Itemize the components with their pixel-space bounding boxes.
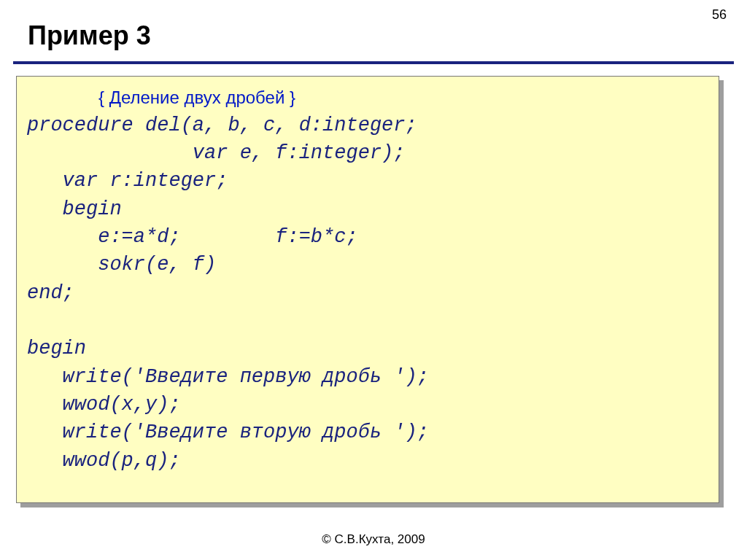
footer-copyright: © С.В.Кухта, 2009 [0,532,747,547]
slide-title: Пример 3 [28,20,151,51]
page-number: 56 [712,7,727,23]
code-content: procedure del(a, b, c, d:integer; var e,… [27,112,711,475]
code-box: { Деление двух дробей } procedure del(a,… [16,76,719,503]
title-underline [13,61,734,64]
code-comment: { Деление двух дробей } [98,84,711,110]
slide: 56 Пример 3 { Деление двух дробей } proc… [0,0,747,560]
